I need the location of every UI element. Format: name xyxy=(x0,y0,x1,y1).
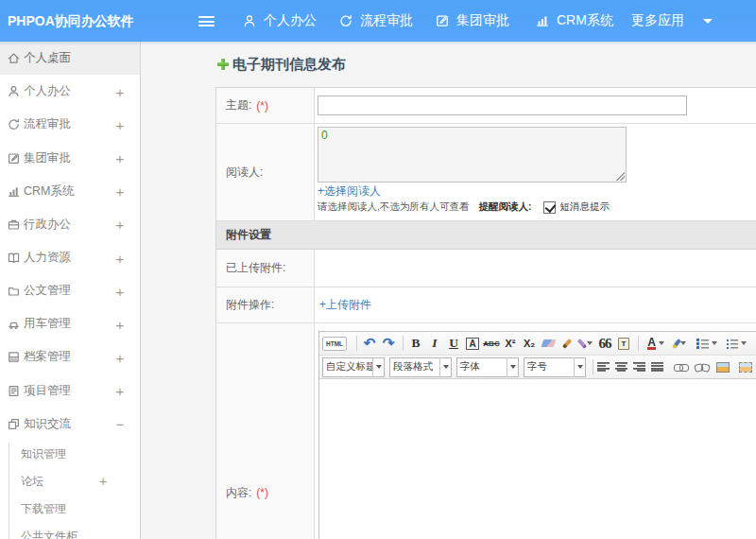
content-label: 内容: xyxy=(226,485,251,501)
sidebar-item-6[interactable]: 行政办公+ xyxy=(0,208,140,241)
expand-icon[interactable]: + xyxy=(114,83,126,99)
page-title: 电子期刊信息发布 xyxy=(217,54,346,75)
archive-icon xyxy=(7,350,21,364)
sidebar-item-12[interactable]: 知识交流− xyxy=(0,408,140,441)
topnav-2[interactable]: 流程审批 xyxy=(338,0,413,42)
sidebar-subitem-1[interactable]: 知识管理 xyxy=(0,441,140,468)
topnav-label: 更多应用 xyxy=(631,12,684,29)
select-readers-link[interactable]: +选择阅读人 xyxy=(318,185,384,198)
upload-attachment-link[interactable]: +上传附件 xyxy=(319,297,371,313)
sms-checkbox[interactable] xyxy=(543,201,556,214)
subject-label: 主题: xyxy=(226,97,251,113)
sidebar-item-label: 人力资源 xyxy=(24,250,71,266)
sidebar-item-5[interactable]: CRM系统+ xyxy=(0,175,140,208)
paintbrush-icon[interactable] xyxy=(558,333,576,354)
sidebar-subitem-label: 下载管理 xyxy=(21,501,66,517)
topnav-5[interactable]: 更多应用 xyxy=(631,0,713,42)
image-icon[interactable] xyxy=(714,356,731,377)
eraser-icon[interactable] xyxy=(540,333,557,354)
topnav-1[interactable]: 个人办公 xyxy=(242,0,317,42)
autotypeset-button[interactable]: A xyxy=(464,333,481,354)
dropdown-caret-icon xyxy=(659,341,664,345)
image-icon-glyph xyxy=(716,362,730,373)
menu-toggle-icon[interactable] xyxy=(198,16,215,26)
sidebar-item-8[interactable]: 公文管理+ xyxy=(0,274,140,307)
uploaded-label: 已上传附件: xyxy=(226,260,285,276)
sidebar-item-1[interactable]: 个人桌面 xyxy=(0,42,140,75)
sidebar-item-label: 流程审批 xyxy=(24,116,71,132)
autoclean-icon-glyph xyxy=(576,339,586,349)
editor-content-area[interactable] xyxy=(319,379,756,539)
app-logo: PHPOA协同办公软件 xyxy=(8,0,134,42)
align-justify-icon[interactable] xyxy=(651,356,663,377)
expand-icon[interactable]: + xyxy=(114,283,126,299)
expand-icon[interactable]: + xyxy=(114,116,126,132)
sidebar-subitem-4[interactable]: 公共文件柜 xyxy=(0,523,140,539)
topnav-3[interactable]: 集团审批 xyxy=(435,0,509,42)
expand-icon[interactable]: + xyxy=(114,316,126,332)
superscript-button[interactable]: X² xyxy=(502,333,519,354)
font-color-button[interactable]: A xyxy=(647,333,664,354)
editor-select-label: 自定义标题 xyxy=(323,360,372,374)
autoclean-icon[interactable] xyxy=(577,333,594,354)
html-source-button[interactable]: HTML xyxy=(322,333,351,354)
unlink-icon[interactable] xyxy=(693,356,710,377)
align-center-icon-glyph xyxy=(615,362,627,372)
sidebar-subitem-2[interactable]: 论坛+ xyxy=(0,468,140,496)
expand-icon[interactable]: + xyxy=(114,383,126,399)
main-content: 电子期刊信息发布 主题:(*) 阅读人: 0 +选择阅读人 请选择阅读人,不选为… xyxy=(142,42,756,539)
editor-select-2[interactable]: 段落格式 xyxy=(389,357,452,377)
sidebar-sublist: 知识管理论坛+下载管理公共文件柜 xyxy=(0,441,140,539)
editor-select-1[interactable]: 自定义标题 xyxy=(322,357,385,377)
redo-icon[interactable]: ↷ xyxy=(380,333,397,354)
topnav-4[interactable]: CRM系统 xyxy=(535,0,613,42)
align-justify-icon-glyph xyxy=(651,362,663,372)
paste-icon[interactable]: T xyxy=(615,333,632,354)
sidebar-item-9[interactable]: 用车管理+ xyxy=(0,307,140,340)
layers-icon xyxy=(7,417,21,431)
sidebar-item-4[interactable]: 集团审批+ xyxy=(0,141,140,174)
align-left-icon[interactable] xyxy=(597,356,610,377)
subscript-button[interactable]: X₂ xyxy=(521,333,538,354)
editor-select-3[interactable]: 字体 xyxy=(456,357,519,377)
undo-icon[interactable]: ↶ xyxy=(361,333,378,354)
home-icon xyxy=(7,51,21,65)
align-right-icon[interactable] xyxy=(633,356,645,377)
editor-select-4[interactable]: 字号 xyxy=(524,357,586,377)
sidebar-subitem-3[interactable]: 下载管理 xyxy=(0,496,140,523)
highlight-icon[interactable] xyxy=(672,333,689,354)
expand-icon[interactable]: + xyxy=(114,250,126,266)
briefcase-icon xyxy=(7,217,21,232)
sidebar-subitem-label: 公共文件柜 xyxy=(21,529,77,539)
sidebar-item-2[interactable]: 个人办公+ xyxy=(0,75,140,108)
strikethrough-button[interactable]: ABC xyxy=(483,333,500,354)
readers-textarea[interactable]: 0 xyxy=(318,127,627,183)
resize-grip[interactable] xyxy=(616,172,625,181)
subject-required-mark: (*) xyxy=(256,99,268,113)
readers-label: 阅读人: xyxy=(226,165,263,181)
expand-icon[interactable]: + xyxy=(99,474,107,489)
collapse-icon[interactable]: − xyxy=(114,416,126,432)
sidebar-item-7[interactable]: 人力资源+ xyxy=(0,241,140,274)
chevron-down-icon xyxy=(703,19,713,24)
toolbar-separator xyxy=(593,359,593,374)
expand-icon[interactable]: + xyxy=(114,183,126,200)
blockquote-button[interactable]: 66 xyxy=(596,333,613,354)
attachment-action-label: 附件操作: xyxy=(226,297,274,313)
expand-icon[interactable]: + xyxy=(114,349,126,365)
expand-icon[interactable]: + xyxy=(114,217,126,233)
undo-icon-glyph: ↶ xyxy=(364,335,376,352)
expand-icon[interactable]: + xyxy=(114,150,126,166)
underline-button[interactable]: U xyxy=(445,333,462,354)
screenshot-icon[interactable] xyxy=(737,356,754,377)
sidebar-item-10[interactable]: 档案管理+ xyxy=(0,340,140,374)
unordered-list-icon[interactable] xyxy=(726,333,747,354)
sidebar-item-3[interactable]: 流程审批+ xyxy=(0,108,140,141)
bold-button[interactable]: B xyxy=(407,333,424,354)
align-center-icon[interactable] xyxy=(615,356,627,377)
italic-button[interactable]: I xyxy=(426,333,443,354)
link-icon[interactable] xyxy=(672,356,689,377)
sidebar-item-11[interactable]: 项目管理+ xyxy=(0,374,140,408)
subject-input[interactable] xyxy=(318,96,687,115)
ordered-list-icon[interactable] xyxy=(696,333,717,354)
